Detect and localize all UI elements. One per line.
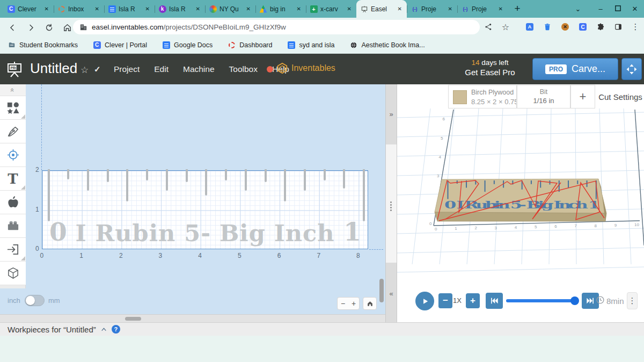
browser-tab-active[interactable]: Easel✕ <box>356 0 407 18</box>
cut-settings-button[interactable]: Cut Settings <box>597 85 644 108</box>
easel-pro-logo[interactable]: PRO <box>5 60 24 78</box>
inventables-brand[interactable]: Inventables <box>276 62 335 74</box>
preview-3d-scene[interactable]: 0 I Rubin 5- Big Inch 1 012345678910 765… <box>397 108 644 288</box>
trash-icon[interactable] <box>541 20 554 33</box>
bookmark-item[interactable]: Student Bookmarks <box>8 41 78 49</box>
drag-handle-icon[interactable] <box>390 201 392 203</box>
workpiece[interactable]: 0 I Rubin 5- Big Inch 1 <box>42 170 368 249</box>
tab-close-icon[interactable]: ✕ <box>447 5 453 12</box>
collapse-chevron-icon[interactable] <box>100 326 107 333</box>
tab-close-icon[interactable]: ✕ <box>43 5 50 12</box>
puzzle-icon[interactable] <box>594 20 607 33</box>
fullscreen-button[interactable] <box>621 58 642 80</box>
skip-to-start-button[interactable] <box>486 293 503 309</box>
browser-tab[interactable]: CClever✕ <box>3 0 54 18</box>
home-button[interactable] <box>60 20 74 34</box>
design-canvas[interactable]: 0 I Rubin 5- Big Inch 1 210 012345678 in… <box>0 84 385 314</box>
clever-icon[interactable]: C <box>576 20 589 33</box>
divider-handle-area[interactable] <box>386 144 397 263</box>
browser-tab[interactable]: big in✕ <box>255 0 306 18</box>
speed-up-button[interactable]: + <box>466 293 480 308</box>
browser-menu-button[interactable]: ⋮ <box>629 20 642 33</box>
tab-close-icon[interactable]: ✕ <box>144 5 151 12</box>
address-bar[interactable]: easel.inventables.com/projects/DSONPeBIo… <box>73 20 480 34</box>
tool-button-shapes-icon[interactable] <box>0 96 26 120</box>
help-icon[interactable]: ? <box>112 325 120 334</box>
back-button[interactable] <box>5 20 19 34</box>
tab-title: big in <box>270 5 293 13</box>
xcircle-icon[interactable]: ✕ <box>559 20 572 33</box>
carve-button[interactable]: PRO Carve... <box>532 58 618 80</box>
tab-close-icon[interactable]: ✕ <box>397 5 403 12</box>
expand-right-icon[interactable]: » <box>386 110 397 118</box>
bookmark-item[interactable]: Dashboard <box>228 41 272 49</box>
menu-item-toolbox[interactable]: Toolbox <box>229 64 258 74</box>
bookmark-item[interactable]: syd and isla <box>287 41 334 49</box>
new-tab-button[interactable]: + <box>511 2 524 15</box>
play-button[interactable] <box>415 292 434 310</box>
tool-button-lego-icon[interactable] <box>0 214 26 238</box>
get-easel-pro[interactable]: Get Easel Pro <box>455 68 525 77</box>
menu-item-project[interactable]: Project <box>114 64 140 74</box>
bookmark-star-button[interactable]: ☆ <box>499 20 512 33</box>
tool-button-crosshair-icon[interactable] <box>0 143 26 167</box>
restore-button[interactable] <box>610 0 626 18</box>
tab-close-icon[interactable]: ✕ <box>195 5 201 12</box>
tool-button-text-icon[interactable]: T <box>0 167 26 191</box>
menu-item-edit[interactable]: Edit <box>154 64 169 74</box>
canvas-vertical-scrollbar[interactable] <box>379 279 384 302</box>
tool-button-cube-icon[interactable] <box>0 262 26 285</box>
design-label[interactable]: I Rubin 5- Big Inch <box>42 220 368 247</box>
tab-close-icon[interactable]: ✕ <box>346 5 353 12</box>
inventables-logo-icon <box>276 62 288 74</box>
project-title[interactable]: Untitled <box>30 60 77 77</box>
bookmark-item[interactable]: Aesthetic Book Ima... <box>350 41 425 49</box>
site-info-icon[interactable] <box>79 23 87 31</box>
workpieces-bar[interactable]: Workpieces for “Untitled” ? <box>0 322 644 336</box>
share-button[interactable] <box>482 20 495 33</box>
menu-item-machine[interactable]: Machine <box>183 64 215 74</box>
browser-tab[interactable]: kIsla R✕ <box>155 0 205 18</box>
bookmark-item[interactable]: CClever | Portal <box>93 41 147 49</box>
minimize-button[interactable]: – <box>592 0 609 18</box>
expand-left-icon[interactable]: « <box>386 289 397 298</box>
browser-tab[interactable]: NY Qu✕ <box>205 0 255 18</box>
bookmark-item[interactable]: Google Docs <box>162 41 213 49</box>
collapse-toolbar-button[interactable]: « <box>0 84 26 96</box>
add-bit-button[interactable]: + <box>570 85 595 108</box>
trial-info[interactable]: 14 days left Get Easel Pro <box>455 59 525 77</box>
sim-menu-button[interactable]: ⋮ <box>627 292 638 309</box>
zoom-home-button[interactable] <box>363 297 377 310</box>
forward-button[interactable] <box>24 20 38 34</box>
panel-divider[interactable]: » « <box>385 84 397 322</box>
browser-tab[interactable]: (–)Proje✕ <box>407 0 457 18</box>
sidepanel-icon[interactable] <box>612 20 625 33</box>
zoom-in-button[interactable]: + <box>348 298 359 309</box>
tool-button-import-icon[interactable] <box>0 238 26 262</box>
browser-tab[interactable]: Isla R✕ <box>104 0 155 18</box>
tab-close-icon[interactable]: ✕ <box>94 5 100 12</box>
slider-handle[interactable] <box>570 296 579 305</box>
material-box[interactable]: Birch Plywood 8.25 × 2 × 0.75 <box>448 85 517 108</box>
reload-button[interactable] <box>42 20 56 34</box>
tab-close-icon[interactable]: ✕ <box>245 5 252 12</box>
design-num-right[interactable]: 1 <box>343 217 361 247</box>
tab-close-icon[interactable]: ✕ <box>497 5 504 12</box>
canvas-horizontal-scrollbar[interactable] <box>125 317 141 321</box>
zoom-out-button[interactable]: − <box>338 298 348 309</box>
favorite-star-icon[interactable]: ☆ <box>80 64 89 76</box>
ruler-text[interactable]: 0 I Rubin 5- Big Inch 1 <box>42 216 368 247</box>
close-window-button[interactable]: ✕ <box>627 0 643 18</box>
simulation-slider[interactable] <box>506 299 577 302</box>
browser-tab[interactable]: +x-carv✕ <box>306 0 356 18</box>
tab-search-button[interactable]: ⌄ <box>570 0 586 18</box>
tool-button-apple-icon[interactable] <box>0 191 26 214</box>
units-toggle[interactable] <box>25 295 45 306</box>
translate-icon[interactable]: A <box>523 20 536 33</box>
tab-close-icon[interactable]: ✕ <box>296 5 302 12</box>
speed-down-button[interactable]: − <box>438 293 452 308</box>
bit-box[interactable]: Bit 1/16 in <box>517 85 570 108</box>
tool-button-pen-icon[interactable] <box>0 120 26 143</box>
browser-tab[interactable]: (–)Proje✕ <box>457 0 508 18</box>
browser-tab[interactable]: Inbox✕ <box>54 0 104 18</box>
